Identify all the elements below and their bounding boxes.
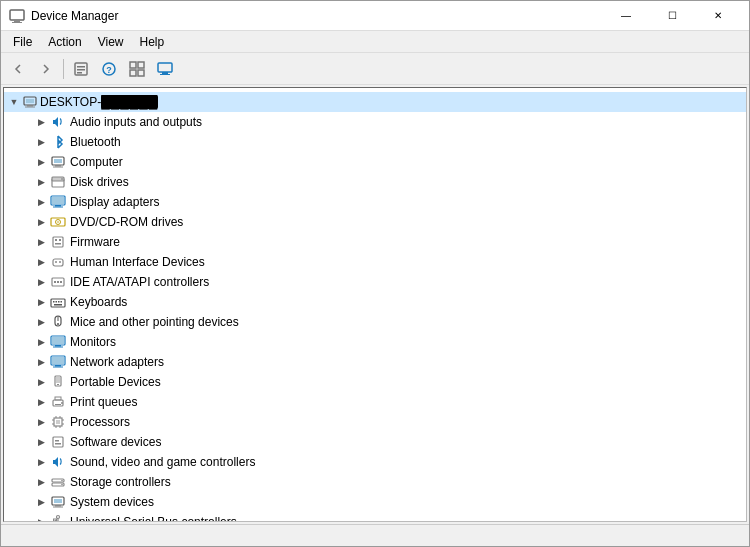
tree-item[interactable]: ▶ Bluetooth xyxy=(4,132,746,152)
menu-view[interactable]: View xyxy=(90,31,132,53)
item-icon-18 xyxy=(50,474,66,490)
minimize-button[interactable]: — xyxy=(603,1,649,31)
item-icon-0 xyxy=(50,114,66,130)
svg-rect-56 xyxy=(55,345,61,347)
item-icon-5 xyxy=(50,214,66,230)
svg-rect-9 xyxy=(130,62,136,68)
svg-point-53 xyxy=(57,323,59,325)
maximize-button[interactable]: ☐ xyxy=(649,1,695,31)
svg-rect-88 xyxy=(53,507,63,508)
display-button[interactable] xyxy=(152,56,178,82)
menu-file[interactable]: File xyxy=(5,31,40,53)
forward-icon xyxy=(38,61,54,77)
svg-rect-12 xyxy=(138,70,144,76)
device-tree: ▼ DESKTOP-██████ ▶ Audio inputs and outp… xyxy=(4,88,746,522)
item-icon-6 xyxy=(50,234,66,250)
item-label-20: Universal Serial Bus controllers xyxy=(70,515,237,522)
tree-item[interactable]: ▶ Network adapters xyxy=(4,352,746,372)
svg-rect-70 xyxy=(56,420,60,424)
root-chevron: ▼ xyxy=(8,96,20,108)
properties-button[interactable] xyxy=(68,56,94,82)
item-label-11: Monitors xyxy=(70,335,116,349)
menu-help[interactable]: Help xyxy=(132,31,173,53)
item-chevron: ▶ xyxy=(36,197,46,207)
scan-button[interactable] xyxy=(124,56,150,82)
tree-item[interactable]: ▶ Computer xyxy=(4,152,746,172)
item-label-7: Human Interface Devices xyxy=(70,255,205,269)
back-button[interactable] xyxy=(5,56,31,82)
item-icon-14 xyxy=(50,394,66,410)
tree-item[interactable]: ▶ Storage controllers xyxy=(4,472,746,492)
svg-rect-11 xyxy=(130,70,136,76)
svg-rect-34 xyxy=(53,237,63,247)
svg-point-39 xyxy=(55,261,57,263)
svg-rect-2 xyxy=(12,22,22,23)
item-icon-4 xyxy=(50,194,66,210)
svg-rect-66 xyxy=(55,397,61,400)
svg-text:?: ? xyxy=(106,65,112,75)
svg-rect-13 xyxy=(158,63,172,72)
item-icon-1 xyxy=(50,134,66,150)
tree-content[interactable]: ▼ DESKTOP-██████ ▶ Audio inputs and outp… xyxy=(3,87,747,522)
svg-rect-14 xyxy=(162,72,168,74)
tree-item[interactable]: ▶ Keyboards xyxy=(4,292,746,312)
item-label-17: Sound, video and game controllers xyxy=(70,455,255,469)
item-chevron: ▶ xyxy=(36,237,46,247)
svg-rect-23 xyxy=(54,159,62,163)
tree-item[interactable]: ▶ Software devices xyxy=(4,432,746,452)
item-label-15: Processors xyxy=(70,415,130,429)
tree-item[interactable]: ▶ Sound, video and game controllers xyxy=(4,452,746,472)
svg-rect-49 xyxy=(61,301,63,303)
svg-rect-19 xyxy=(26,99,34,103)
item-label-12: Network adapters xyxy=(70,355,164,369)
item-icon-13 xyxy=(50,374,66,390)
svg-rect-59 xyxy=(52,357,64,364)
help-button[interactable]: ? xyxy=(96,56,122,82)
svg-rect-89 xyxy=(54,499,62,503)
tree-item[interactable]: ▶ DVD/CD-ROM drives xyxy=(4,212,746,232)
item-label-6: Firmware xyxy=(70,235,120,249)
tree-item[interactable]: ▶ Audio inputs and outputs xyxy=(4,112,746,132)
item-icon-7 xyxy=(50,254,66,270)
svg-rect-10 xyxy=(138,62,144,68)
svg-rect-35 xyxy=(55,239,57,241)
svg-rect-42 xyxy=(54,281,56,283)
item-chevron: ▶ xyxy=(36,357,46,367)
tree-item[interactable]: ▶ Mice and other pointing devices xyxy=(4,312,746,332)
tree-item[interactable]: ▶ Processors xyxy=(4,412,746,432)
item-chevron: ▶ xyxy=(36,177,46,187)
svg-rect-22 xyxy=(53,167,63,168)
tree-item[interactable]: ▶ Firmware xyxy=(4,232,746,252)
svg-rect-61 xyxy=(53,367,63,368)
tree-item[interactable]: ▶ Portable Devices xyxy=(4,372,746,392)
svg-rect-1 xyxy=(14,20,20,22)
tree-item[interactable]: ▶ Universal Serial Bus controllers xyxy=(4,512,746,522)
tree-item[interactable]: ▶ IDE ATA/ATAPI controllers xyxy=(4,272,746,292)
item-chevron: ▶ xyxy=(36,437,46,447)
tree-item[interactable]: ▶ Monitors xyxy=(4,332,746,352)
item-chevron: ▶ xyxy=(36,397,46,407)
item-icon-2 xyxy=(50,154,66,170)
tree-item[interactable]: ▶ Human Interface Devices xyxy=(4,252,746,272)
menu-action[interactable]: Action xyxy=(40,31,89,53)
properties-icon xyxy=(73,61,89,77)
item-icon-19 xyxy=(50,494,66,510)
item-chevron: ▶ xyxy=(36,277,46,287)
svg-rect-81 xyxy=(55,443,61,445)
title-controls: — ☐ ✕ xyxy=(603,1,741,31)
item-label-3: Disk drives xyxy=(70,175,129,189)
tree-root-item[interactable]: ▼ DESKTOP-██████ xyxy=(4,92,746,112)
tree-item[interactable]: ▶ Display adapters xyxy=(4,192,746,212)
tree-item[interactable]: ▶ Disk drives xyxy=(4,172,746,192)
tree-item[interactable]: ▶ System devices xyxy=(4,492,746,512)
item-label-2: Computer xyxy=(70,155,123,169)
forward-button[interactable] xyxy=(33,56,59,82)
item-chevron: ▶ xyxy=(36,377,46,387)
svg-rect-50 xyxy=(54,304,62,306)
item-chevron: ▶ xyxy=(36,117,46,127)
svg-rect-45 xyxy=(51,299,65,307)
svg-point-26 xyxy=(61,178,63,180)
device-manager-window: Device Manager — ☐ ✕ File Action View He… xyxy=(0,0,750,547)
tree-item[interactable]: ▶ Print queues xyxy=(4,392,746,412)
close-button[interactable]: ✕ xyxy=(695,1,741,31)
